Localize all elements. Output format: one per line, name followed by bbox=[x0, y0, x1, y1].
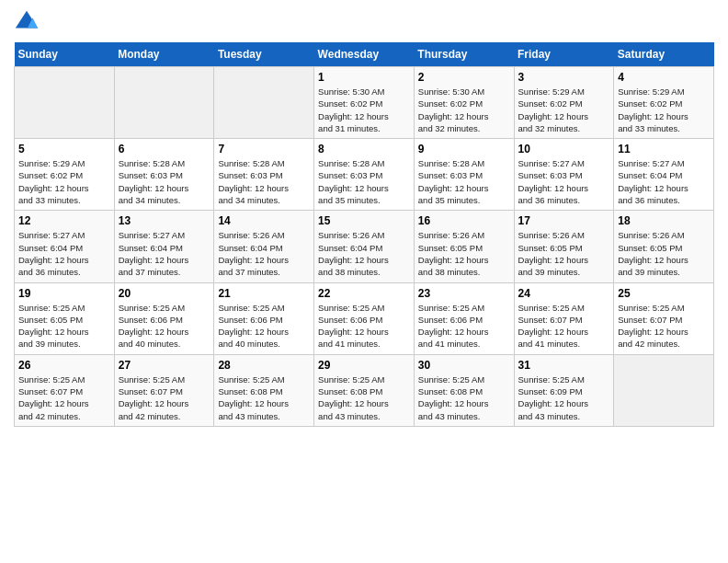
day-info: Sunrise: 5:25 AMSunset: 6:06 PMDaylight:… bbox=[119, 302, 210, 350]
day-info: Sunrise: 5:25 AMSunset: 6:08 PMDaylight:… bbox=[218, 373, 310, 422]
calendar-cell: 3Sunrise: 5:29 AMSunset: 6:02 PMDaylight… bbox=[514, 67, 614, 139]
day-number: 15 bbox=[318, 214, 410, 227]
logo-icon bbox=[14, 9, 40, 35]
day-number: 21 bbox=[218, 287, 310, 300]
day-number: 6 bbox=[119, 143, 210, 155]
day-number: 8 bbox=[318, 143, 410, 155]
day-info: Sunrise: 5:25 AMSunset: 6:07 PMDaylight:… bbox=[518, 302, 610, 350]
calendar-cell: 6Sunrise: 5:28 AMSunset: 6:03 PMDaylight… bbox=[114, 139, 214, 211]
day-info: Sunrise: 5:28 AMSunset: 6:03 PMDaylight:… bbox=[119, 157, 210, 206]
calendar-week-row: 12Sunrise: 5:27 AMSunset: 6:04 PMDayligh… bbox=[15, 211, 714, 282]
calendar-cell: 2Sunrise: 5:30 AMSunset: 6:02 PMDaylight… bbox=[414, 67, 514, 139]
calendar-cell: 9Sunrise: 5:28 AMSunset: 6:03 PMDaylight… bbox=[414, 139, 514, 211]
calendar-cell: 17Sunrise: 5:26 AMSunset: 6:05 PMDayligh… bbox=[514, 211, 614, 282]
calendar-cell: 20Sunrise: 5:25 AMSunset: 6:06 PMDayligh… bbox=[114, 282, 214, 354]
day-number: 14 bbox=[218, 214, 310, 227]
calendar-cell: 21Sunrise: 5:25 AMSunset: 6:06 PMDayligh… bbox=[214, 282, 314, 354]
day-info: Sunrise: 5:30 AMSunset: 6:02 PMDaylight:… bbox=[418, 86, 510, 134]
day-number: 19 bbox=[18, 287, 110, 300]
day-number: 5 bbox=[18, 143, 110, 155]
day-info: Sunrise: 5:27 AMSunset: 6:04 PMDaylight:… bbox=[18, 229, 110, 278]
calendar-cell: 7Sunrise: 5:28 AMSunset: 6:03 PMDaylight… bbox=[214, 139, 314, 211]
day-number: 12 bbox=[18, 214, 110, 227]
day-info: Sunrise: 5:26 AMSunset: 6:04 PMDaylight:… bbox=[218, 229, 310, 278]
day-info: Sunrise: 5:25 AMSunset: 6:08 PMDaylight:… bbox=[418, 373, 510, 422]
calendar-cell: 12Sunrise: 5:27 AMSunset: 6:04 PMDayligh… bbox=[15, 211, 115, 282]
calendar-cell bbox=[114, 67, 214, 139]
day-info: Sunrise: 5:26 AMSunset: 6:05 PMDaylight:… bbox=[618, 229, 710, 278]
day-number: 23 bbox=[418, 287, 510, 300]
calendar-cell: 24Sunrise: 5:25 AMSunset: 6:07 PMDayligh… bbox=[514, 282, 614, 354]
calendar-cell: 16Sunrise: 5:26 AMSunset: 6:05 PMDayligh… bbox=[414, 211, 514, 282]
calendar-cell: 30Sunrise: 5:25 AMSunset: 6:08 PMDayligh… bbox=[414, 354, 514, 426]
day-number: 3 bbox=[518, 71, 610, 84]
day-info: Sunrise: 5:28 AMSunset: 6:03 PMDaylight:… bbox=[418, 157, 510, 206]
calendar-cell: 10Sunrise: 5:27 AMSunset: 6:03 PMDayligh… bbox=[514, 139, 614, 211]
day-number: 9 bbox=[418, 143, 510, 155]
day-number: 4 bbox=[618, 71, 710, 84]
calendar-cell bbox=[614, 354, 714, 426]
calendar-header-row: SundayMondayTuesdayWednesdayThursdayFrid… bbox=[15, 42, 714, 67]
calendar-table: SundayMondayTuesdayWednesdayThursdayFrid… bbox=[14, 42, 714, 427]
calendar-cell: 25Sunrise: 5:25 AMSunset: 6:07 PMDayligh… bbox=[614, 282, 714, 354]
day-header-friday: Friday bbox=[514, 42, 614, 67]
day-header-wednesday: Wednesday bbox=[314, 42, 415, 67]
calendar-cell: 19Sunrise: 5:25 AMSunset: 6:05 PMDayligh… bbox=[15, 282, 115, 354]
logo bbox=[14, 9, 43, 35]
day-number: 26 bbox=[18, 359, 110, 372]
day-number: 28 bbox=[218, 359, 310, 372]
day-info: Sunrise: 5:28 AMSunset: 6:03 PMDaylight:… bbox=[218, 157, 310, 206]
day-number: 13 bbox=[119, 214, 210, 227]
calendar-cell: 4Sunrise: 5:29 AMSunset: 6:02 PMDaylight… bbox=[614, 67, 714, 139]
calendar-cell: 26Sunrise: 5:25 AMSunset: 6:07 PMDayligh… bbox=[15, 354, 115, 426]
day-header-thursday: Thursday bbox=[414, 42, 514, 67]
day-info: Sunrise: 5:26 AMSunset: 6:05 PMDaylight:… bbox=[418, 229, 510, 278]
day-header-monday: Monday bbox=[114, 42, 214, 67]
calendar-cell: 18Sunrise: 5:26 AMSunset: 6:05 PMDayligh… bbox=[614, 211, 714, 282]
day-info: Sunrise: 5:29 AMSunset: 6:02 PMDaylight:… bbox=[618, 86, 710, 134]
day-info: Sunrise: 5:28 AMSunset: 6:03 PMDaylight:… bbox=[318, 157, 410, 206]
day-number: 24 bbox=[518, 287, 610, 300]
day-number: 27 bbox=[119, 359, 210, 372]
day-info: Sunrise: 5:27 AMSunset: 6:04 PMDaylight:… bbox=[618, 157, 710, 206]
day-number: 2 bbox=[418, 71, 510, 84]
calendar-cell: 22Sunrise: 5:25 AMSunset: 6:06 PMDayligh… bbox=[314, 282, 415, 354]
day-info: Sunrise: 5:25 AMSunset: 6:06 PMDaylight:… bbox=[318, 302, 410, 350]
day-info: Sunrise: 5:29 AMSunset: 6:02 PMDaylight:… bbox=[18, 157, 110, 206]
calendar-cell: 13Sunrise: 5:27 AMSunset: 6:04 PMDayligh… bbox=[114, 211, 214, 282]
day-info: Sunrise: 5:27 AMSunset: 6:04 PMDaylight:… bbox=[119, 229, 210, 278]
day-info: Sunrise: 5:25 AMSunset: 6:06 PMDaylight:… bbox=[418, 302, 510, 350]
day-info: Sunrise: 5:26 AMSunset: 6:04 PMDaylight:… bbox=[318, 229, 410, 278]
calendar-cell: 5Sunrise: 5:29 AMSunset: 6:02 PMDaylight… bbox=[15, 139, 115, 211]
day-number: 20 bbox=[119, 287, 210, 300]
day-header-sunday: Sunday bbox=[15, 42, 115, 67]
calendar-cell: 28Sunrise: 5:25 AMSunset: 6:08 PMDayligh… bbox=[214, 354, 314, 426]
day-number: 17 bbox=[518, 214, 610, 227]
day-number: 29 bbox=[318, 359, 410, 372]
day-number: 30 bbox=[418, 359, 510, 372]
day-number: 31 bbox=[518, 359, 610, 372]
day-info: Sunrise: 5:26 AMSunset: 6:05 PMDaylight:… bbox=[518, 229, 610, 278]
day-info: Sunrise: 5:25 AMSunset: 6:07 PMDaylight:… bbox=[119, 373, 210, 422]
day-number: 7 bbox=[218, 143, 310, 155]
day-info: Sunrise: 5:25 AMSunset: 6:07 PMDaylight:… bbox=[18, 373, 110, 422]
calendar-week-row: 1Sunrise: 5:30 AMSunset: 6:02 PMDaylight… bbox=[15, 67, 714, 139]
day-number: 16 bbox=[418, 214, 510, 227]
calendar-cell bbox=[15, 67, 115, 139]
day-info: Sunrise: 5:30 AMSunset: 6:02 PMDaylight:… bbox=[318, 86, 410, 134]
day-info: Sunrise: 5:27 AMSunset: 6:03 PMDaylight:… bbox=[518, 157, 610, 206]
day-info: Sunrise: 5:25 AMSunset: 6:08 PMDaylight:… bbox=[318, 373, 410, 422]
day-info: Sunrise: 5:29 AMSunset: 6:02 PMDaylight:… bbox=[518, 86, 610, 134]
calendar-cell: 15Sunrise: 5:26 AMSunset: 6:04 PMDayligh… bbox=[314, 211, 415, 282]
calendar-cell: 27Sunrise: 5:25 AMSunset: 6:07 PMDayligh… bbox=[114, 354, 214, 426]
day-info: Sunrise: 5:25 AMSunset: 6:06 PMDaylight:… bbox=[218, 302, 310, 350]
calendar-cell: 11Sunrise: 5:27 AMSunset: 6:04 PMDayligh… bbox=[614, 139, 714, 211]
day-header-tuesday: Tuesday bbox=[214, 42, 314, 67]
day-info: Sunrise: 5:25 AMSunset: 6:05 PMDaylight:… bbox=[18, 302, 110, 350]
calendar-week-row: 19Sunrise: 5:25 AMSunset: 6:05 PMDayligh… bbox=[15, 282, 714, 354]
calendar-cell: 8Sunrise: 5:28 AMSunset: 6:03 PMDaylight… bbox=[314, 139, 415, 211]
day-info: Sunrise: 5:25 AMSunset: 6:09 PMDaylight:… bbox=[518, 373, 610, 422]
day-info: Sunrise: 5:25 AMSunset: 6:07 PMDaylight:… bbox=[618, 302, 710, 350]
calendar-cell: 29Sunrise: 5:25 AMSunset: 6:08 PMDayligh… bbox=[314, 354, 415, 426]
day-number: 18 bbox=[618, 214, 710, 227]
